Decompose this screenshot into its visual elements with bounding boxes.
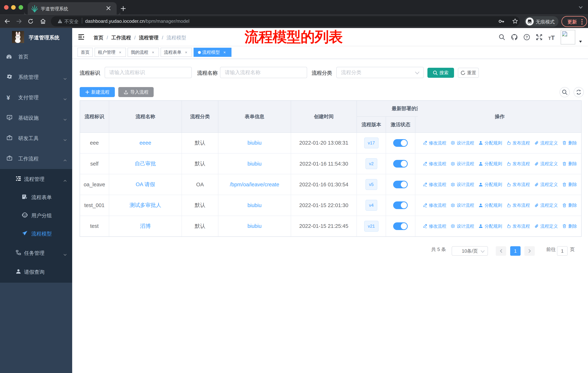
svg-text:?: ? [526,35,528,39]
